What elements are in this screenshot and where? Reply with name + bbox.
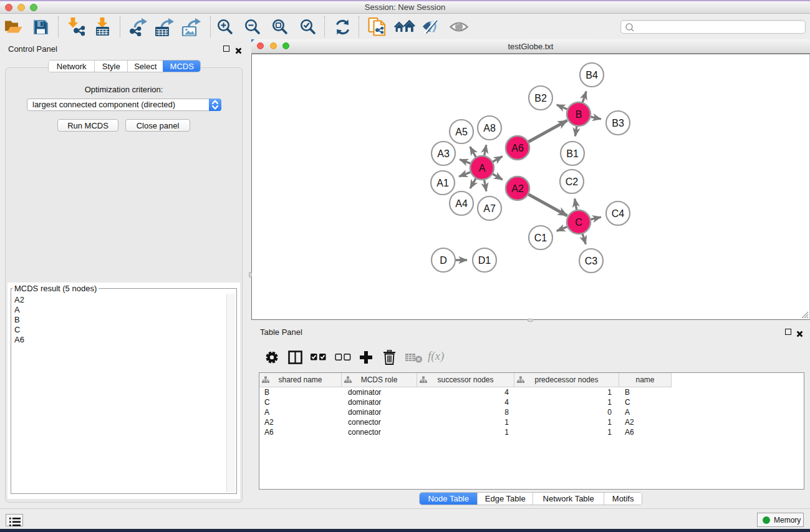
svg-text:A5: A5 [455, 127, 468, 137]
svg-text:A4: A4 [455, 198, 468, 209]
svg-text:C4: C4 [612, 208, 625, 219]
svg-text:A1: A1 [436, 178, 449, 188]
svg-text:D: D [440, 255, 447, 266]
svg-text:A7: A7 [483, 203, 496, 214]
svg-text:A6: A6 [511, 143, 524, 153]
svg-text:C2: C2 [566, 177, 579, 187]
svg-text:B3: B3 [612, 118, 624, 128]
svg-text:A: A [479, 163, 486, 173]
svg-text:C3: C3 [585, 256, 598, 266]
svg-text:A2: A2 [511, 183, 524, 194]
svg-text:B2: B2 [534, 93, 547, 104]
svg-text:B4: B4 [586, 70, 598, 80]
svg-text:B1: B1 [566, 148, 579, 159]
svg-text:C: C [575, 217, 582, 228]
svg-text:D1: D1 [478, 255, 491, 266]
svg-text:A3: A3 [437, 148, 450, 159]
svg-text:B: B [576, 109, 582, 120]
svg-text:C1: C1 [534, 233, 547, 243]
svg-text:A8: A8 [483, 123, 496, 133]
